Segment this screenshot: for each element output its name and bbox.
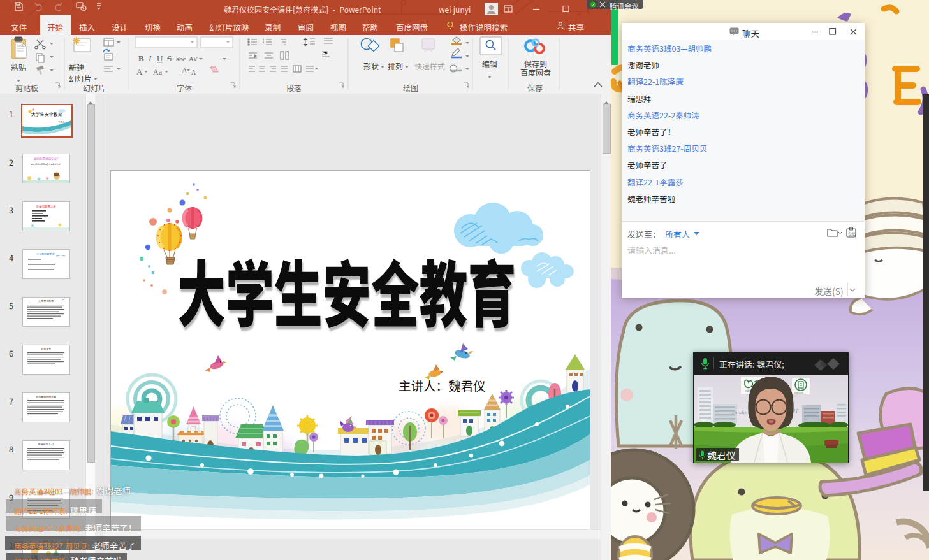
svg-text:大学生安全教育: 大学生安全教育 [31, 111, 62, 117]
svg-text:防骗技巧 (二): 防骗技巧 (二) [38, 491, 54, 495]
svg-text:完全问题要注意: 完全问题要注意 [36, 205, 56, 208]
svg-text:什么是校园安全?: 什么是校园安全? [36, 252, 55, 255]
svg-text:公告: 公告 [848, 230, 856, 236]
svg-text:防骗技巧 1 - 2: 防骗技巧 1 - 2 [38, 442, 55, 446]
svg-text:如何防范校园安全?: 如何防范校园安全? [34, 157, 58, 161]
svg-text:那么,如何防范校园安全隐患发生呢?: 那么,如何防范校园安全隐患发生呢? [31, 162, 61, 166]
svg-text:人身安全防范: 人身安全防范 [38, 299, 54, 303]
svg-text:univers: univers [794, 391, 803, 394]
svg-text:防范电信网络诈骗: 防范电信网络诈骗 [36, 394, 56, 398]
svg-text:财物安全: 财物安全 [41, 347, 52, 350]
svg-text:主讲人: 主讲人 [58, 120, 65, 124]
svg-text:制独大黑: 制独大黑 [43, 539, 54, 543]
